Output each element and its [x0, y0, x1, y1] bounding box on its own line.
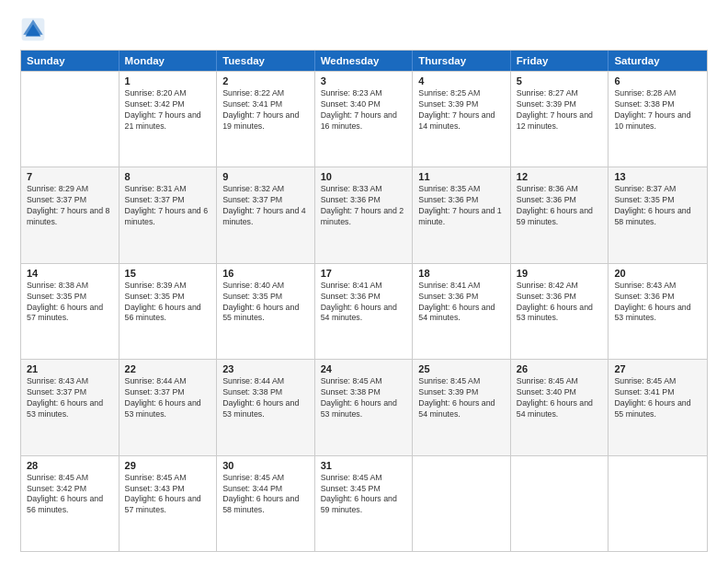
day-number: 30 — [222, 460, 309, 471]
cal-cell-16: 16Sunrise: 8:40 AMSunset: 3:35 PMDayligh… — [217, 264, 315, 359]
cal-cell-25: 25Sunrise: 8:45 AMSunset: 3:39 PMDayligh… — [413, 360, 511, 454]
day-number: 20 — [614, 268, 701, 279]
cal-cell-27: 27Sunrise: 8:45 AMSunset: 3:41 PMDayligh… — [609, 360, 707, 454]
cal-cell-4: 4Sunrise: 8:25 AMSunset: 3:39 PMDaylight… — [413, 72, 511, 167]
cal-cell-28: 28Sunrise: 8:45 AMSunset: 3:42 PMDayligh… — [21, 456, 119, 551]
day-number: 28 — [27, 460, 113, 471]
header-cell-sunday: Sunday — [21, 51, 119, 71]
cell-info: Sunrise: 8:45 AMSunset: 3:40 PMDaylight:… — [517, 376, 603, 420]
cal-cell-empty-6 — [609, 456, 707, 551]
day-number: 25 — [418, 363, 505, 374]
cell-info: Sunrise: 8:36 AMSunset: 3:36 PMDaylight:… — [517, 184, 603, 228]
header-cell-wednesday: Wednesday — [315, 51, 414, 71]
cal-cell-10: 10Sunrise: 8:33 AMSunset: 3:36 PMDayligh… — [315, 167, 414, 262]
day-number: 13 — [614, 171, 701, 182]
cell-info: Sunrise: 8:23 AMSunset: 3:40 PMDaylight:… — [321, 88, 407, 132]
cell-info: Sunrise: 8:43 AMSunset: 3:37 PMDaylight:… — [27, 376, 113, 420]
cal-cell-29: 29Sunrise: 8:45 AMSunset: 3:43 PMDayligh… — [119, 456, 218, 551]
day-number: 2 — [222, 75, 309, 86]
cell-info: Sunrise: 8:29 AMSunset: 3:37 PMDaylight:… — [27, 184, 113, 228]
header — [20, 17, 708, 42]
day-number: 24 — [321, 363, 407, 374]
day-number: 14 — [27, 268, 113, 279]
header-cell-thursday: Thursday — [413, 51, 511, 71]
cell-info: Sunrise: 8:31 AMSunset: 3:37 PMDaylight:… — [125, 184, 211, 228]
cell-info: Sunrise: 8:35 AMSunset: 3:36 PMDaylight:… — [418, 184, 505, 228]
day-number: 5 — [517, 75, 603, 86]
cell-info: Sunrise: 8:22 AMSunset: 3:41 PMDaylight:… — [222, 88, 309, 132]
cell-info: Sunrise: 8:45 AMSunset: 3:44 PMDaylight:… — [222, 473, 309, 517]
day-number: 27 — [614, 363, 701, 374]
day-number: 29 — [125, 460, 211, 471]
header-cell-friday: Friday — [511, 51, 609, 71]
header-cell-monday: Monday — [119, 51, 218, 71]
cell-info: Sunrise: 8:41 AMSunset: 3:36 PMDaylight:… — [321, 281, 407, 325]
cell-info: Sunrise: 8:39 AMSunset: 3:35 PMDaylight:… — [125, 281, 211, 325]
cell-info: Sunrise: 8:27 AMSunset: 3:39 PMDaylight:… — [517, 88, 603, 132]
cal-cell-23: 23Sunrise: 8:44 AMSunset: 3:38 PMDayligh… — [217, 360, 315, 454]
cell-info: Sunrise: 8:25 AMSunset: 3:39 PMDaylight:… — [418, 88, 505, 132]
header-cell-saturday: Saturday — [609, 51, 707, 71]
day-number: 10 — [321, 171, 407, 182]
day-number: 21 — [27, 363, 113, 374]
week-row-5: 28Sunrise: 8:45 AMSunset: 3:42 PMDayligh… — [21, 455, 707, 551]
day-number: 19 — [517, 268, 603, 279]
week-row-1: 1Sunrise: 8:20 AMSunset: 3:42 PMDaylight… — [21, 71, 707, 167]
logo — [20, 17, 50, 42]
cal-cell-6: 6Sunrise: 8:28 AMSunset: 3:38 PMDaylight… — [609, 72, 707, 167]
day-number: 11 — [418, 171, 505, 182]
day-number: 31 — [321, 460, 407, 471]
cell-info: Sunrise: 8:32 AMSunset: 3:37 PMDaylight:… — [222, 184, 309, 228]
cell-info: Sunrise: 8:45 AMSunset: 3:38 PMDaylight:… — [321, 376, 407, 420]
cal-cell-24: 24Sunrise: 8:45 AMSunset: 3:38 PMDayligh… — [315, 360, 414, 454]
week-row-4: 21Sunrise: 8:43 AMSunset: 3:37 PMDayligh… — [21, 359, 707, 454]
cal-cell-11: 11Sunrise: 8:35 AMSunset: 3:36 PMDayligh… — [413, 167, 511, 262]
day-number: 7 — [27, 171, 113, 182]
day-number: 6 — [614, 75, 701, 86]
day-number: 1 — [125, 75, 211, 86]
cell-info: Sunrise: 8:28 AMSunset: 3:38 PMDaylight:… — [614, 88, 701, 132]
day-number: 12 — [517, 171, 603, 182]
calendar-body: 1Sunrise: 8:20 AMSunset: 3:42 PMDaylight… — [21, 71, 707, 551]
cell-info: Sunrise: 8:42 AMSunset: 3:36 PMDaylight:… — [517, 281, 603, 325]
cal-cell-9: 9Sunrise: 8:32 AMSunset: 3:37 PMDaylight… — [217, 167, 315, 262]
cell-info: Sunrise: 8:45 AMSunset: 3:39 PMDaylight:… — [418, 376, 505, 420]
cal-cell-30: 30Sunrise: 8:45 AMSunset: 3:44 PMDayligh… — [217, 456, 315, 551]
cell-info: Sunrise: 8:37 AMSunset: 3:35 PMDaylight:… — [614, 184, 701, 228]
cell-info: Sunrise: 8:20 AMSunset: 3:42 PMDaylight:… — [125, 88, 211, 132]
cell-info: Sunrise: 8:40 AMSunset: 3:35 PMDaylight:… — [222, 281, 309, 325]
cell-info: Sunrise: 8:38 AMSunset: 3:35 PMDaylight:… — [27, 281, 113, 325]
cell-info: Sunrise: 8:43 AMSunset: 3:36 PMDaylight:… — [614, 281, 701, 325]
cell-info: Sunrise: 8:45 AMSunset: 3:41 PMDaylight:… — [614, 376, 701, 420]
cell-info: Sunrise: 8:41 AMSunset: 3:36 PMDaylight:… — [418, 281, 505, 325]
week-row-3: 14Sunrise: 8:38 AMSunset: 3:35 PMDayligh… — [21, 263, 707, 359]
cal-cell-14: 14Sunrise: 8:38 AMSunset: 3:35 PMDayligh… — [21, 264, 119, 359]
calendar-page: SundayMondayTuesdayWednesdayThursdayFrid… — [0, 0, 728, 563]
day-number: 15 — [125, 268, 211, 279]
cal-cell-19: 19Sunrise: 8:42 AMSunset: 3:36 PMDayligh… — [511, 264, 609, 359]
day-number: 18 — [418, 268, 505, 279]
cal-cell-26: 26Sunrise: 8:45 AMSunset: 3:40 PMDayligh… — [511, 360, 609, 454]
cal-cell-13: 13Sunrise: 8:37 AMSunset: 3:35 PMDayligh… — [609, 167, 707, 262]
cal-cell-12: 12Sunrise: 8:36 AMSunset: 3:36 PMDayligh… — [511, 167, 609, 262]
day-number: 16 — [222, 268, 309, 279]
cal-cell-empty-5 — [511, 456, 609, 551]
logo-icon — [20, 17, 46, 42]
day-number: 3 — [321, 75, 407, 86]
cell-info: Sunrise: 8:45 AMSunset: 3:42 PMDaylight:… — [27, 473, 113, 517]
cell-info: Sunrise: 8:45 AMSunset: 3:43 PMDaylight:… — [125, 473, 211, 517]
cal-cell-21: 21Sunrise: 8:43 AMSunset: 3:37 PMDayligh… — [21, 360, 119, 454]
cal-cell-8: 8Sunrise: 8:31 AMSunset: 3:37 PMDaylight… — [119, 167, 218, 262]
cal-cell-2: 2Sunrise: 8:22 AMSunset: 3:41 PMDaylight… — [217, 72, 315, 167]
cal-cell-5: 5Sunrise: 8:27 AMSunset: 3:39 PMDaylight… — [511, 72, 609, 167]
header-cell-tuesday: Tuesday — [217, 51, 315, 71]
cal-cell-3: 3Sunrise: 8:23 AMSunset: 3:40 PMDaylight… — [315, 72, 414, 167]
cal-cell-18: 18Sunrise: 8:41 AMSunset: 3:36 PMDayligh… — [413, 264, 511, 359]
cell-info: Sunrise: 8:44 AMSunset: 3:37 PMDaylight:… — [125, 376, 211, 420]
day-number: 17 — [321, 268, 407, 279]
cell-info: Sunrise: 8:33 AMSunset: 3:36 PMDaylight:… — [321, 184, 407, 228]
day-number: 23 — [222, 363, 309, 374]
calendar-header-row: SundayMondayTuesdayWednesdayThursdayFrid… — [21, 51, 707, 71]
cal-cell-31: 31Sunrise: 8:45 AMSunset: 3:45 PMDayligh… — [315, 456, 414, 551]
cal-cell-15: 15Sunrise: 8:39 AMSunset: 3:35 PMDayligh… — [119, 264, 218, 359]
